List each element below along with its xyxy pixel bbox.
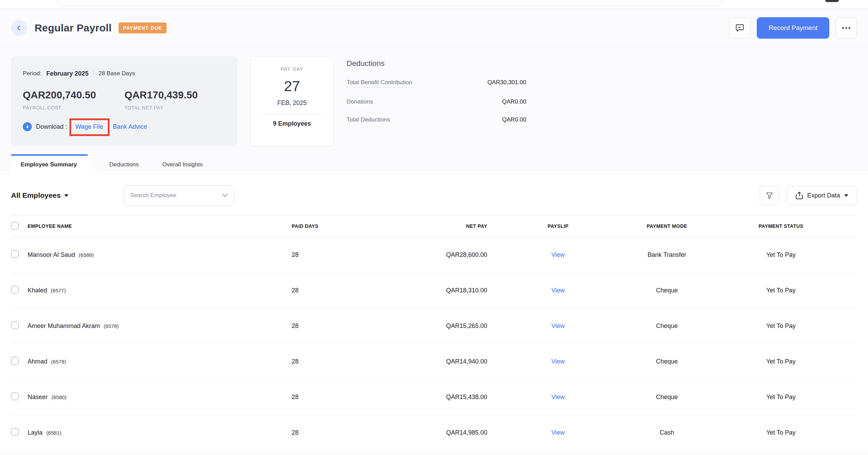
employee-name: Ahmad <box>28 358 47 365</box>
deduction-row: Donations QAR0.00 <box>347 98 526 105</box>
payment-status-value: Yet To Pay <box>705 358 857 365</box>
row-checkbox[interactable] <box>11 250 19 258</box>
employee-id: (6577) <box>51 288 66 293</box>
select-all-checkbox[interactable] <box>11 222 19 230</box>
period-value: February 2025 <box>46 70 88 77</box>
back-button[interactable] <box>11 20 27 36</box>
export-share-icon <box>795 191 803 200</box>
row-checkbox[interactable] <box>11 321 19 329</box>
row-checkbox[interactable] <box>11 286 19 293</box>
deduction-value: QAR0.00 <box>502 98 526 105</box>
search-employee-input[interactable] <box>130 192 222 199</box>
employee-id: (6581) <box>46 430 61 436</box>
payroll-page: Regular Payroll PAYMENT DUE Record Payme… <box>0 0 868 455</box>
paid-days-value: 28 <box>290 429 332 436</box>
payment-mode-value: Bank Transfer <box>629 251 705 259</box>
payday-divider <box>261 114 323 114</box>
chevron-down-icon <box>64 194 68 197</box>
payroll-summary-card: Period: February 2025 28 Base Days QAR20… <box>11 56 237 146</box>
payday-employee-count: 9 Employees <box>258 120 326 127</box>
export-data-label: Export Data <box>807 192 840 199</box>
paid-days-value: 28 <box>290 251 332 259</box>
chevron-down-icon[interactable] <box>222 194 228 197</box>
header-actions: Record Payment <box>729 17 857 39</box>
payment-status-value: Yet To Pay <box>705 429 857 436</box>
employee-name: Naseer <box>28 394 48 400</box>
vertical-divider <box>93 69 94 78</box>
bank-advice-link[interactable]: Bank Advice <box>113 123 147 130</box>
payday-label: PAY DAY <box>258 66 326 72</box>
deduction-value: QAR30,301.00 <box>488 79 526 87</box>
filter-funnel-icon <box>765 191 774 200</box>
col-net-pay: NET PAY <box>332 223 487 229</box>
chevron-left-icon <box>16 25 22 31</box>
payment-mode-value: Cheque <box>629 394 705 401</box>
tab-content: All Employees Export Data <box>0 175 868 451</box>
summary-section: Period: February 2025 28 Base Days QAR20… <box>0 47 868 146</box>
employee-filter-dropdown[interactable]: All Employees <box>11 191 68 200</box>
row-checkbox[interactable] <box>11 428 19 436</box>
paid-days-value: 28 <box>290 322 332 330</box>
table-row: Ameer Muhammad Akram (6578) 28 QAR15,265… <box>11 308 857 344</box>
tab-label: Deductions <box>110 161 139 168</box>
download-label: Download : <box>36 123 67 130</box>
payment-mode-value: Cheque <box>629 322 705 330</box>
col-employee-name: EMPLOYEE NAME <box>28 223 290 229</box>
view-payslip-link[interactable]: View <box>551 394 565 400</box>
total-net-pay-label: TOTAL NET PAY <box>124 105 198 110</box>
page-header: Regular Payroll PAYMENT DUE Record Payme… <box>0 9 868 47</box>
view-payslip-link[interactable]: View <box>551 322 565 329</box>
table-toolbar: All Employees Export Data <box>0 175 868 215</box>
download-circle-icon <box>23 122 32 131</box>
row-checkbox[interactable] <box>11 357 19 365</box>
deduction-label[interactable]: Total Benefit Contribution <box>347 79 412 87</box>
tab-label: Overall Insights <box>162 161 203 168</box>
deduction-row: Total Benefit Contribution QAR30,301.00 <box>347 79 526 87</box>
table-row: Layla (6581) 28 QAR14,985.00 View Cash Y… <box>11 415 857 451</box>
view-payslip-link[interactable]: View <box>551 287 565 294</box>
payment-status-value: Yet To Pay <box>705 287 857 294</box>
toolbar-right: Export Data <box>760 186 857 205</box>
employee-name: Mansoor Al Saud <box>28 251 75 258</box>
view-payslip-link[interactable]: View <box>551 429 565 436</box>
total-net-pay: QAR170,439.50 TOTAL NET PAY <box>124 89 198 110</box>
tab-employee-summary[interactable]: Employee Summary <box>11 154 98 175</box>
amounts-row: QAR200,740.50 PAYROLL COST QAR170,439.50… <box>23 89 226 110</box>
paid-days-value: 28 <box>290 358 332 365</box>
table-row: Mansoor Al Saud (6588) 28 QAR28,600.00 V… <box>11 237 857 273</box>
base-days: 28 Base Days <box>98 70 135 77</box>
deduction-label: Donations <box>347 98 373 105</box>
row-checkbox[interactable] <box>11 393 19 400</box>
employee-name: Khaled <box>28 287 47 294</box>
payment-status-value: Yet To Pay <box>705 251 857 259</box>
payday-day: 27 <box>258 78 326 95</box>
net-pay-value: QAR18,310.00 <box>332 287 487 294</box>
more-horizontal-icon <box>842 27 851 29</box>
filter-button[interactable] <box>760 186 779 205</box>
tab-deductions[interactable]: Deductions <box>98 154 151 175</box>
more-button[interactable] <box>836 17 857 39</box>
table-row: Naseer (6580) 28 QAR15,438.00 View Chequ… <box>11 379 857 415</box>
export-data-button[interactable]: Export Data <box>787 186 857 205</box>
payroll-cost-value: QAR200,740.50 <box>23 89 96 101</box>
cutoff-searchbar-remnant <box>58 0 722 6</box>
deduction-row: Total Deductions QAR0.00 <box>347 116 526 123</box>
payment-status-value: Yet To Pay <box>705 394 857 401</box>
table-header-row: EMPLOYEE NAME PAID DAYS NET PAY PAYSLIP … <box>11 215 857 237</box>
col-payslip: PAYSLIP <box>487 223 629 229</box>
record-payment-button[interactable]: Record Payment <box>757 17 829 39</box>
wage-file-link[interactable]: Wage File <box>75 123 103 130</box>
status-badge: PAYMENT DUE <box>119 22 167 33</box>
payday-card: PAY DAY 27 FEB, 2025 9 Employees <box>251 56 333 146</box>
comment-button[interactable] <box>729 17 751 39</box>
deduction-value: QAR0.00 <box>502 116 526 123</box>
col-payment-status: PAYMENT STATUS <box>705 223 857 229</box>
employee-id: (6588) <box>79 252 94 258</box>
view-payslip-link[interactable]: View <box>551 251 565 258</box>
view-payslip-link[interactable]: View <box>551 358 565 365</box>
payroll-cost: QAR200,740.50 PAYROLL COST <box>23 89 96 110</box>
top-strip <box>0 0 868 9</box>
employee-id: (6578) <box>104 323 119 329</box>
tab-overall-insights[interactable]: Overall Insights <box>151 154 215 175</box>
tab-bar: Employee Summary Deductions Overall Insi… <box>0 154 868 175</box>
